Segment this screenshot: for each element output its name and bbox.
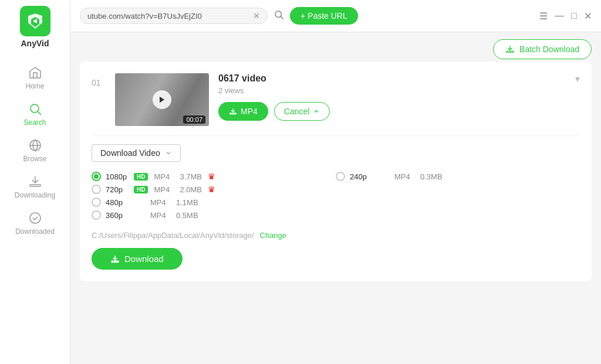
batch-download-label: Batch Download [519, 45, 579, 54]
quality-size-360p: 0.5MB [176, 211, 200, 220]
video-thumbnail: 00:07 [115, 73, 209, 126]
svg-rect-9 [230, 113, 237, 114]
quality-size-720p: 2.0MB [180, 185, 203, 194]
mp4-label: MP4 [241, 107, 258, 116]
dropdown-chevron-icon [165, 149, 172, 157]
downloading-icon [28, 175, 42, 189]
download-options: Download Video 1080p [92, 135, 580, 270]
paste-url-button[interactable]: + Paste URL [290, 7, 358, 25]
batch-download-icon [505, 45, 515, 54]
video-card: 01 00:07 0617 video 2 views [80, 62, 592, 281]
svg-point-5 [275, 11, 282, 18]
video-title: 0617 video [218, 73, 566, 84]
sidebar-item-browse[interactable]: Browse [0, 132, 70, 169]
search-icon [28, 102, 42, 116]
quality-format-720p: MP4 [154, 185, 175, 194]
storage-row: C:/Users/Filippa/AppData/Local/AnyVid/st… [92, 231, 580, 240]
quality-row-480p[interactable]: 480p MP4 1.1MB [92, 196, 336, 209]
maximize-control[interactable]: □ [571, 11, 577, 22]
radio-480p[interactable] [92, 198, 101, 207]
download-icon [229, 107, 237, 115]
download-btn-icon [110, 254, 120, 264]
quality-size-1080p: 3.7MB [180, 172, 203, 181]
quality-format-360p: MP4 [150, 211, 171, 220]
home-icon [28, 66, 42, 80]
collapse-icon[interactable]: ▾ [575, 73, 580, 84]
quality-label-1080p: 1080p [106, 172, 129, 181]
svg-point-0 [31, 104, 39, 113]
chevron-up-icon [313, 108, 320, 115]
sidebar-item-downloading[interactable]: Downloading [0, 169, 70, 205]
quality-size-240p: 0.3MB [420, 172, 444, 181]
svg-rect-3 [30, 185, 40, 186]
quality-grid: 1080p HD MP4 3.7MB ♛ 720p HD MP4 2.0MB [92, 170, 580, 222]
sidebar-item-home[interactable]: Home [0, 60, 70, 96]
mp4-download-button[interactable]: MP4 [218, 102, 268, 121]
video-header: 01 00:07 0617 video 2 views [92, 73, 580, 126]
batch-area: Batch Download [70, 32, 601, 62]
url-text: utube.com/watch?v=B7UsJvEjZI0 [87, 12, 249, 21]
video-number: 01 [92, 78, 106, 87]
quality-row-360p[interactable]: 360p MP4 0.5MB [92, 209, 336, 222]
type-dropdown[interactable]: Download Video [92, 144, 181, 162]
quality-row-1080p[interactable]: 1080p HD MP4 3.7MB ♛ [92, 170, 336, 183]
cancel-button[interactable]: Cancel [274, 102, 330, 121]
storage-path: C:/Users/Filippa/AppData/Local/AnyVid/st… [92, 231, 254, 240]
url-clear-button[interactable]: ✕ [253, 11, 260, 21]
download-button[interactable]: Download [92, 248, 183, 270]
menu-control[interactable]: ☰ [539, 11, 548, 22]
svg-marker-8 [160, 97, 164, 103]
play-button[interactable] [153, 90, 171, 109]
quality-row-720p[interactable]: 720p HD MP4 2.0MB ♛ [92, 183, 336, 196]
minimize-control[interactable]: — [555, 11, 564, 22]
logo-area: AnyVid [20, 6, 50, 48]
titlebar: utube.com/watch?v=B7UsJvEjZI0 ✕ + Paste … [70, 0, 601, 32]
type-label: Download Video [100, 148, 160, 158]
browse-label: Browse [23, 155, 46, 163]
quality-label-360p: 360p [106, 211, 129, 220]
search-label: Search [23, 118, 46, 127]
downloading-label: Downloading [15, 191, 55, 199]
content-area: 01 00:07 0617 video 2 views [70, 62, 601, 364]
downloaded-label: Downloaded [15, 227, 55, 236]
crown-icon-1080p: ♛ [208, 172, 215, 181]
quality-format-480p: MP4 [150, 198, 171, 207]
quality-row-240p[interactable]: 240p MP4 0.3MB [336, 170, 580, 183]
quality-right-column: 240p MP4 0.3MB [336, 170, 580, 222]
download-btn-label: Download [124, 254, 164, 264]
batch-download-button[interactable]: Batch Download [493, 39, 592, 59]
app-name: AnyVid [21, 39, 49, 48]
quality-format-240p: MP4 [394, 172, 416, 181]
video-actions: MP4 Cancel [218, 102, 566, 121]
svg-point-4 [30, 213, 40, 223]
change-link[interactable]: Change [260, 231, 287, 240]
sidebar-item-downloaded[interactable]: Downloaded [0, 205, 70, 241]
video-info: 0617 video 2 views MP4 Cancel [218, 73, 566, 121]
quality-label-480p: 480p [106, 198, 129, 207]
main-content: utube.com/watch?v=B7UsJvEjZI0 ✕ + Paste … [70, 0, 601, 364]
svg-line-6 [281, 16, 283, 19]
crown-icon-720p: ♛ [208, 185, 215, 194]
close-control[interactable]: ✕ [584, 11, 592, 22]
svg-rect-10 [112, 261, 119, 262]
hd-badge-720p: HD [134, 186, 148, 193]
radio-240p[interactable] [336, 172, 345, 181]
cancel-label: Cancel [284, 107, 310, 116]
sidebar: AnyVid Home Search Browse Downloading [0, 0, 70, 364]
browse-icon [28, 138, 42, 152]
app-logo [20, 6, 50, 36]
quality-left-column: 1080p HD MP4 3.7MB ♛ 720p HD MP4 2.0MB [92, 170, 336, 222]
video-views: 2 views [218, 86, 566, 95]
sidebar-item-search[interactable]: Search [0, 96, 70, 132]
radio-720p[interactable] [92, 185, 101, 194]
hd-badge-1080p: HD [134, 173, 148, 181]
type-select: Download Video [92, 144, 580, 162]
downloaded-icon [28, 211, 42, 225]
quality-size-480p: 1.1MB [176, 198, 200, 207]
svg-line-1 [38, 112, 41, 115]
duration-badge: 00:07 [183, 115, 205, 124]
url-bar: utube.com/watch?v=B7UsJvEjZI0 ✕ [80, 8, 268, 24]
search-button[interactable] [274, 9, 284, 22]
radio-1080p[interactable] [92, 172, 101, 181]
radio-360p[interactable] [92, 210, 101, 220]
